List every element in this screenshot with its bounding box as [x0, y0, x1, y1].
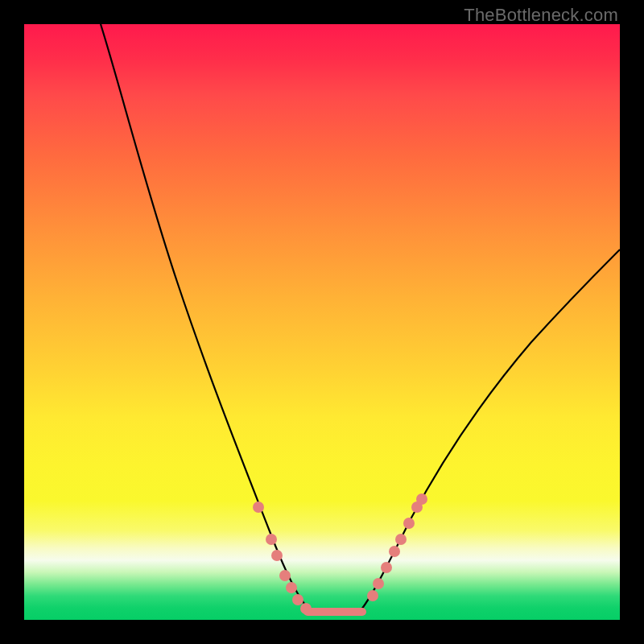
curve-dot: [271, 550, 283, 561]
curve-svg: [24, 24, 620, 620]
curve-dot: [253, 502, 264, 513]
curve-dot: [403, 518, 415, 529]
curve-dot: [395, 534, 407, 545]
left-curve: [101, 24, 314, 613]
curve-dot: [381, 562, 392, 573]
curve-dot: [300, 603, 312, 614]
curve-dot: [389, 546, 400, 557]
curve-dot: [416, 493, 427, 505]
watermark-text: TheBottleneck.com: [464, 5, 618, 26]
curve-dot: [279, 570, 291, 581]
chart-frame: TheBottleneck.com: [0, 0, 644, 644]
curve-dot: [373, 578, 384, 589]
curve-dot: [292, 594, 303, 605]
curve-dot: [266, 534, 277, 545]
curve-dot: [286, 582, 297, 593]
plot-area: [24, 24, 620, 620]
right-curve: [358, 250, 620, 613]
curve-dot: [367, 590, 378, 601]
